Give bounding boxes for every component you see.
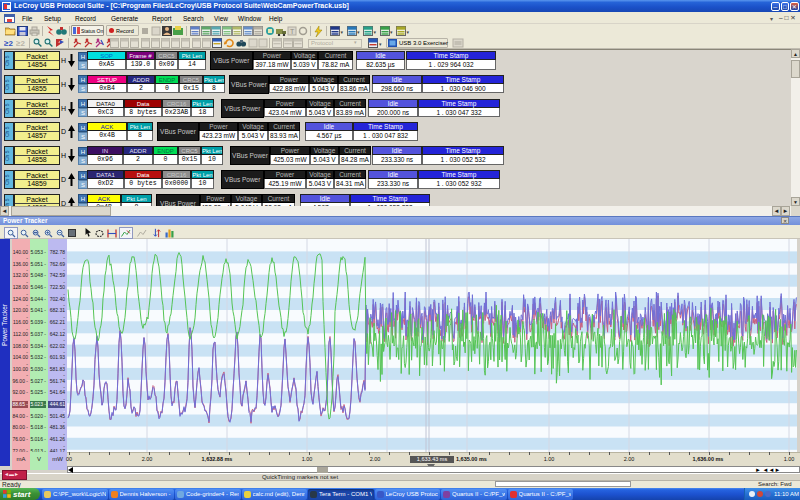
svg-text:T: T (290, 28, 295, 35)
svg-text:≥2: ≥2 (16, 39, 25, 48)
svg-text:≥2: ≥2 (4, 39, 13, 48)
